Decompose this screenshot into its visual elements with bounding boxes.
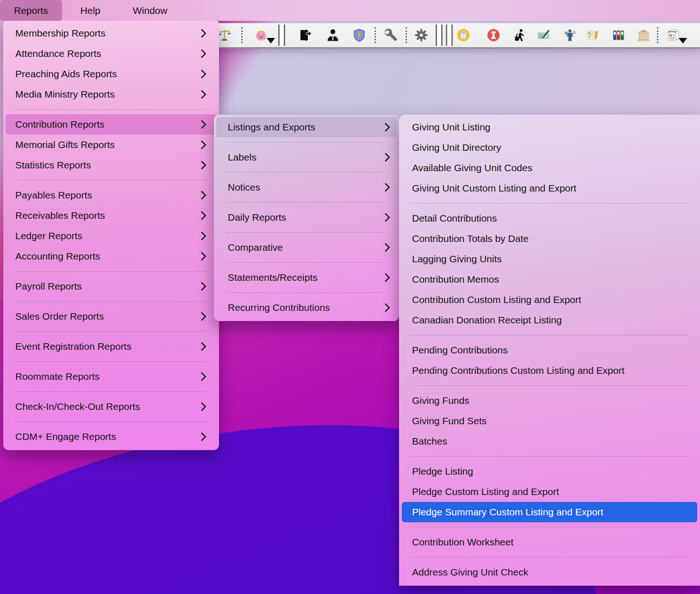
menu-item-recurring-contributions[interactable]: Recurring Contributions [214,297,399,318]
bank-icon[interactable] [637,28,650,42]
menu-item-pending-contributions[interactable]: Pending Contributions [399,340,700,360]
menu-item-giving-unit-directory[interactable]: Giving Unit Directory [399,137,700,158]
chevron-right-icon [197,90,206,99]
binders-icon[interactable] [612,28,625,42]
menu-item-contribution-memos[interactable]: Contribution Memos [399,269,700,290]
chevron-right-icon [197,282,206,291]
menu-bar: Reports Help Window [0,0,700,21]
menu-item-lagging-giving-units[interactable]: Lagging Giving Units [399,249,700,269]
menu-item-contribution-reports[interactable]: Contribution Reports [6,114,217,135]
menu-item-batches[interactable]: Batches [399,431,700,452]
menu-item-statistics-reports[interactable]: Statistics Reports [3,155,219,175]
menu-item-canadian-donation-receipt-listing[interactable]: Canadian Donation Receipt Listing [399,310,700,330]
treasurer-icon[interactable] [563,28,577,42]
menu-item-label: Accounting Reports [15,251,100,262]
toolbar-separator-dotted [241,27,243,43]
chevron-right-icon [381,213,390,222]
contribution-reports-submenu: Listings and Exports Labels Notices Dail… [214,115,399,321]
calculator-icon[interactable] [456,28,470,42]
menu-item-roommate-reports[interactable]: Roommate Reports [3,366,219,387]
menu-item-label: Payroll Reports [15,281,82,292]
receipt-pencil-icon[interactable] [586,28,600,42]
menu-separator [411,385,688,386]
menu-item-sales-order-reports[interactable]: Sales Order Reports [3,306,219,327]
menu-item-statements-receipts[interactable]: Statements/Receipts [214,267,399,288]
menu-item-cdm-engage-reports[interactable]: CDM+ Engage Reports [3,427,219,447]
menu-item-label: Event Registration Reports [15,341,131,352]
menu-item-labels[interactable]: Labels [214,147,399,167]
menu-item-membership-reports[interactable]: Membership Reports [3,23,219,43]
menu-item-label: Notices [228,182,260,193]
menu-item-label: Available Giving Unit Codes [412,162,532,173]
menu-item-contribution-totals-by-date[interactable]: Contribution Totals by Date [399,229,700,249]
menu-item-listings-and-exports[interactable]: Listings and Exports [216,117,397,137]
menubar-item-window[interactable]: Window [119,0,181,21]
piggy-dropdown-arrow-icon[interactable] [267,38,275,43]
menu-item-memorial-gifts-reports[interactable]: Memorial Gifts Reports [3,135,219,155]
gear-icon[interactable] [414,28,428,42]
menu-separator [226,142,387,142]
menu-item-notices[interactable]: Notices [214,177,399,198]
menu-item-check-in-check-out-reports[interactable]: Check-In/Check-Out Reports [3,396,219,417]
check-writing-icon[interactable] [537,28,551,42]
menu-item-giving-unit-custom-listing-and-export[interactable]: Giving Unit Custom Listing and Export [399,178,700,198]
menu-item-preaching-aids-reports[interactable]: Preaching Aids Reports [3,64,219,84]
report-dropdown-arrow-icon[interactable] [679,38,687,43]
menu-item-pledge-summary-custom-listing-and-export[interactable]: Pledge Summary Custom Listing and Export [402,502,697,522]
user-icon[interactable] [326,28,340,42]
logout-door-icon[interactable] [298,28,312,42]
report-document-icon[interactable] [666,28,680,42]
listings-and-exports-submenu: Giving Unit Listing Giving Unit Director… [399,115,700,586]
piggy-bank-icon[interactable] [254,28,268,42]
menu-item-label: Pledge Custom Listing and Export [412,486,559,497]
menu-item-giving-funds[interactable]: Giving Funds [399,390,700,411]
menubar-item-help[interactable]: Help [68,0,113,21]
menu-item-accounting-reports[interactable]: Accounting Reports [3,246,219,266]
chevron-right-icon [197,29,206,38]
chevron-right-icon [197,342,206,351]
menubar-item-reports[interactable]: Reports [0,0,62,21]
menu-separator [411,557,688,557]
reports-menu: Membership Reports Attendance Reports Pr… [3,21,219,450]
toolbar-separator-double [436,25,443,46]
menu-separator [226,232,387,233]
menu-item-ledger-reports[interactable]: Ledger Reports [3,226,219,246]
menu-item-contribution-custom-listing-and-export[interactable]: Contribution Custom Listing and Export [399,290,700,310]
menu-item-pledge-custom-listing-and-export[interactable]: Pledge Custom Listing and Export [399,482,700,502]
hourglass-icon[interactable] [487,28,500,42]
menu-separator [411,335,688,335]
balance-scale-icon[interactable] [218,28,231,42]
menu-item-receivables-reports[interactable]: Receivables Reports [3,205,219,226]
menu-item-daily-reports[interactable]: Daily Reports [214,207,399,228]
menu-item-label: Batches [412,436,447,447]
menu-separator [15,301,207,302]
menu-item-pledge-listing[interactable]: Pledge Listing [399,461,700,482]
menu-item-pending-contributions-custom-listing-and-export[interactable]: Pending Contributions Custom Listing and… [399,360,700,381]
menu-item-contribution-worksheet[interactable]: Contribution Worksheet [399,532,700,552]
menu-item-label: Preaching Aids Reports [15,68,117,80]
security-shield-icon[interactable] [352,28,366,42]
menu-item-label: Daily Reports [228,212,286,223]
chevron-right-icon [197,49,206,58]
menu-item-label: Contribution Reports [15,119,105,130]
menu-item-label: Lagging Giving Units [412,254,502,265]
chevron-right-icon [197,211,206,220]
menu-item-giving-unit-listing[interactable]: Giving Unit Listing [399,117,700,137]
menu-item-giving-fund-sets[interactable]: Giving Fund Sets [399,411,700,431]
menu-item-payables-reports[interactable]: Payables Reports [3,185,219,205]
menu-item-address-giving-unit-check[interactable]: Address Giving Unit Check [399,562,700,582]
menu-item-label: Canadian Donation Receipt Listing [412,315,562,326]
chevron-right-icon [197,252,206,261]
menu-item-payroll-reports[interactable]: Payroll Reports [3,276,219,297]
menu-item-detail-contributions[interactable]: Detail Contributions [399,208,700,229]
menu-item-event-registration-reports[interactable]: Event Registration Reports [3,336,219,357]
menu-item-label: Labels [228,152,256,163]
menu-item-attendance-reports[interactable]: Attendance Reports [3,43,219,64]
menu-separator [15,331,207,332]
menu-item-media-ministry-reports[interactable]: Media Ministry Reports [3,84,219,105]
menu-item-label: Giving Unit Listing [412,122,490,133]
traveler-icon[interactable] [513,28,527,42]
menu-item-comparative[interactable]: Comparative [214,237,399,258]
menu-item-available-giving-unit-codes[interactable]: Available Giving Unit Codes [399,158,700,178]
wrench-icon[interactable] [384,28,398,42]
